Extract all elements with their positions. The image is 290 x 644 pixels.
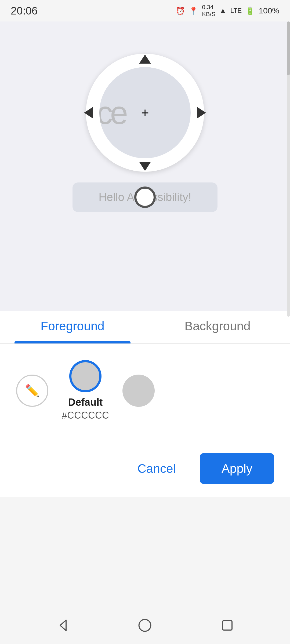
scrollbar-thumb[interactable] xyxy=(287,21,290,75)
location-icon: 📍 xyxy=(189,6,198,15)
pencil-icon: ✏️ xyxy=(25,384,40,398)
svg-rect-2 xyxy=(223,621,232,630)
home-button[interactable] xyxy=(134,614,156,636)
apply-button[interactable]: Apply xyxy=(200,453,274,484)
main-content: ce + Hello Accessibility! xyxy=(0,21,290,311)
alarm-icon: ⏰ xyxy=(176,6,185,15)
battery-icon: 🔋 xyxy=(245,6,255,15)
preview-box: Hello Accessibility! xyxy=(73,182,218,212)
arrow-left-icon xyxy=(84,107,93,119)
arrow-up-icon xyxy=(139,54,151,64)
color-default-button[interactable] xyxy=(69,360,102,392)
lte-icon: LTE xyxy=(230,7,242,14)
dpad-outer: ce + xyxy=(86,54,204,172)
tab-foreground-label: Foreground xyxy=(41,319,104,333)
arrow-down-icon xyxy=(139,162,151,171)
color-picker-button[interactable]: ✏️ xyxy=(16,375,48,407)
scrollbar[interactable] xyxy=(287,21,290,317)
svg-point-1 xyxy=(139,619,151,631)
tab-background-label: Background xyxy=(184,319,251,333)
color-option2-button[interactable] xyxy=(122,375,155,407)
svg-marker-0 xyxy=(60,620,66,631)
arrow-left-button[interactable] xyxy=(81,105,97,121)
dpad-bg-text: ce xyxy=(99,94,125,131)
home-icon xyxy=(137,618,152,633)
color-picker-wrapper: ✏️ xyxy=(16,375,48,407)
back-icon xyxy=(55,618,70,633)
color-default-name: Default xyxy=(68,397,103,408)
tabs-section: Foreground Background xyxy=(0,311,290,344)
nav-bar xyxy=(0,606,290,644)
arrow-right-icon xyxy=(197,107,206,119)
battery-percent: 100% xyxy=(259,6,279,15)
status-bar: 20:06 ⏰ 📍 0.34KB/S ▲ LTE 🔋 100% xyxy=(0,0,290,21)
recents-icon xyxy=(220,618,235,633)
back-button[interactable] xyxy=(52,614,73,636)
data-speed: 0.34KB/S xyxy=(202,4,215,18)
arrow-down-button[interactable] xyxy=(137,158,153,174)
color-circles-row: ✏️ Default #CCCCCC xyxy=(16,360,274,421)
tabs-row: Foreground Background xyxy=(0,311,290,343)
dpad-container: ce + xyxy=(86,54,204,172)
signal-icon: ▲ xyxy=(219,6,227,15)
tab-background[interactable]: Background xyxy=(145,311,290,343)
cancel-button[interactable]: Cancel xyxy=(129,456,184,481)
bottom-actions: Cancel Apply xyxy=(0,440,290,497)
status-time: 20:06 xyxy=(11,5,38,17)
arrow-right-button[interactable] xyxy=(193,105,209,121)
dpad-inner: ce + xyxy=(99,67,191,158)
color-option2-wrapper xyxy=(122,375,155,407)
color-default-wrapper: Default #CCCCCC xyxy=(62,360,109,421)
tab-foreground[interactable]: Foreground xyxy=(0,311,145,343)
arrow-up-button[interactable] xyxy=(137,51,153,67)
color-options-section: ✏️ Default #CCCCCC xyxy=(0,344,290,440)
color-default-hex: #CCCCCC xyxy=(62,410,109,421)
status-icons: ⏰ 📍 0.34KB/S ▲ LTE 🔋 100% xyxy=(176,4,279,18)
recents-button[interactable] xyxy=(217,614,238,636)
dpad-crosshair: + xyxy=(141,106,149,119)
preview-circle-indicator xyxy=(134,186,156,208)
